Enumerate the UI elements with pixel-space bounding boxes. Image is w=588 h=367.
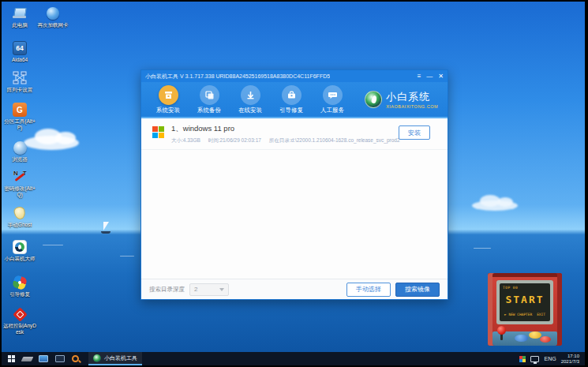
tray-color-app-icon[interactable] — [519, 356, 526, 362]
arcade-button-red — [540, 336, 551, 343]
clock-time: 17:10 — [567, 354, 579, 359]
system-backup-icon — [204, 90, 215, 100]
support-icon — [328, 90, 338, 100]
close-icon[interactable]: ✕ — [438, 73, 444, 80]
browser-icon — [13, 141, 27, 155]
os-size: 大小:4.33GB — [171, 137, 200, 143]
menu-icon[interactable]: ≡ — [418, 73, 421, 80]
reload-network-icon — [47, 7, 59, 20]
cloud — [472, 200, 518, 211]
xiaobai-icon — [13, 240, 27, 254]
arcade-joystick-ball — [497, 326, 506, 335]
arcade-menu-left: ► NEW CHAPTER — [504, 313, 532, 316]
desktop-icon-label: 引导修复 — [9, 291, 30, 298]
chevron-down-icon — [219, 288, 224, 291]
window-nav: 系统安装 系统备份 在线安装 引导修复 — [141, 82, 448, 118]
virtual-machine-screen: TOP 00 START ► NEW CHAPTER EXIT 此电脑 — [0, 0, 588, 367]
windows-logo-icon — [152, 126, 164, 138]
minimize-icon[interactable]: — — [426, 73, 433, 80]
arcade-screen: TOP 00 START ► NEW CHAPTER EXIT — [500, 283, 550, 321]
nt-password-icon: NT — [13, 170, 27, 184]
xiaobai-tool-window: 小白装机工具 V 3.1.717.338 URID88A24525169518A… — [140, 69, 448, 300]
desktop-icon-label: 密码修改(Alt+Q) — [3, 185, 36, 197]
window-title: 小白装机工具 V 3.1.717.338 URID88A24525169518A… — [145, 73, 330, 81]
list-item-windows11[interactable]: 1、windows 11 pro 大小:4.33GB 时间:21/06/29 0… — [141, 118, 448, 150]
xiaobai-mini-icon — [93, 354, 101, 362]
wave-highlight — [120, 256, 134, 257]
desktop-icon-raid-setup[interactable]: 阵列卡设置 — [3, 70, 36, 93]
xiaobai-logo-icon — [365, 91, 382, 108]
language-indicator[interactable]: ENG — [544, 356, 556, 361]
desktop-icon-xiaobai-master[interactable]: 小白装机大师 — [3, 239, 36, 262]
manual-select-button[interactable]: 手动选择 — [346, 283, 391, 297]
tab-support[interactable]: 人工服务 — [312, 85, 353, 114]
image-list: 1、windows 11 pro 大小:4.33GB 时间:21/06/29 0… — [141, 118, 448, 279]
taskbar-file-explorer-icon[interactable] — [55, 354, 65, 363]
desktop-icon-label: 此电脑 — [12, 22, 28, 28]
boot-repair-icon — [287, 90, 297, 100]
this-pc-icon — [13, 7, 27, 20]
desktop-icon-label: 浏览器 — [12, 156, 28, 163]
tab-online-install[interactable]: 在线安装 — [230, 85, 271, 114]
desktop-wallpaper: TOP 00 START ► NEW CHAPTER EXIT 此电脑 — [2, 2, 585, 352]
wave-highlight — [474, 248, 491, 249]
arcade-top-score: TOP 00 — [503, 286, 518, 290]
sailboat — [101, 222, 110, 234]
anydesk-icon — [13, 307, 27, 321]
arcade-start-text: START — [500, 294, 550, 305]
wave-highlight — [43, 245, 63, 245]
desktop-icon-label: 手动Ghost — [8, 222, 32, 228]
diskgenius-icon: G — [13, 103, 27, 117]
tab-system-install[interactable]: 系统安装 — [148, 85, 189, 114]
aida64-icon: 64 — [13, 41, 27, 55]
desktop-icon-label: 再次加载网卡 — [38, 22, 69, 28]
window-footer: 搜索目录深度 2 手动选择 搜索镜像 — [141, 279, 448, 299]
ghost-icon — [13, 206, 26, 221]
search-image-button[interactable]: 搜索镜像 — [395, 283, 440, 297]
brand-site: XIAOBAIXITONG.COM — [386, 104, 438, 109]
desktop-icon-browser[interactable]: 浏览器 — [3, 140, 36, 163]
brand-name: 小白系统 — [386, 90, 438, 104]
desktop-icon-aida64[interactable]: 64 Aida64 — [3, 40, 36, 63]
boot-repair-icon — [12, 275, 28, 290]
desktop-icon-label: 阵列卡设置 — [7, 87, 33, 93]
desktop-icon-reload-network[interactable]: 再次加载网卡 — [36, 6, 69, 28]
system-tray: ENG 17:10 2021/7/3 — [519, 354, 582, 365]
desktop-icon-this-pc[interactable]: 此电脑 — [3, 6, 36, 28]
desktop-icon-boot-repair[interactable]: 引导修复 — [3, 275, 36, 298]
online-install-icon — [245, 90, 256, 100]
desktop-icon-nt-password[interactable]: NT 密码修改(Alt+Q) — [3, 169, 36, 197]
desktop-icon-ghost[interactable]: 手动Ghost — [3, 205, 36, 228]
system-install-icon — [163, 90, 174, 100]
tab-system-backup[interactable]: 系统备份 — [189, 85, 230, 114]
os-dir: 所在目录:d:\22000.1.210604-1628.co_release_s… — [269, 137, 400, 143]
window-titlebar[interactable]: 小白装机工具 V 3.1.717.338 URID88A24525169518A… — [141, 70, 448, 82]
desktop-icon-label: 分区工具(Alt+P) — [3, 118, 36, 130]
taskbar-search-tool-icon[interactable] — [72, 354, 81, 363]
desktop-icon-label: Aida64 — [12, 57, 28, 63]
arcade-button-blue — [515, 335, 528, 342]
taskbar-clock[interactable]: 17:10 2021/7/3 — [561, 354, 579, 365]
tray-display-icon[interactable] — [530, 356, 539, 362]
desktop-icon-anydesk[interactable]: 远程控制AnyDesk — [3, 306, 36, 335]
taskbar-app-label: 小白装机工具 — [104, 354, 137, 362]
desktop-icon-label: 小白装机大师 — [5, 256, 36, 262]
raid-setup-icon — [12, 70, 28, 86]
os-time: 时间:21/06/29 02:03:17 — [208, 137, 261, 143]
tab-boot-repair[interactable]: 引导修复 — [271, 85, 312, 114]
taskbar-cmd-icon[interactable] — [22, 354, 32, 363]
install-button[interactable]: 安装 — [399, 125, 430, 140]
start-button[interactable] — [8, 355, 15, 362]
clock-date: 2021/7/3 — [561, 359, 579, 365]
arcade-menu-right: EXIT — [537, 313, 545, 316]
arcade-machine-art: TOP 00 START ► NEW CHAPTER EXIT — [488, 273, 562, 346]
taskbar: 小白装机工具 ENG 17:10 2021/7/3 — [2, 352, 585, 365]
search-depth-select[interactable]: 2 — [189, 283, 229, 296]
arcade-bezel: TOP 00 START ► NEW CHAPTER EXIT — [496, 280, 553, 324]
desktop-icon-diskgenius[interactable]: G 分区工具(Alt+P) — [3, 102, 36, 130]
taskbar-app-xiaobai[interactable]: 小白装机工具 — [88, 352, 142, 365]
desktop-icon-label: 远程控制AnyDesk — [3, 323, 36, 335]
taskbar-display-settings-icon[interactable] — [39, 354, 48, 363]
search-depth-label: 搜索目录深度 — [149, 286, 185, 294]
brand-block: 小白系统 XIAOBAIXITONG.COM — [365, 90, 441, 109]
